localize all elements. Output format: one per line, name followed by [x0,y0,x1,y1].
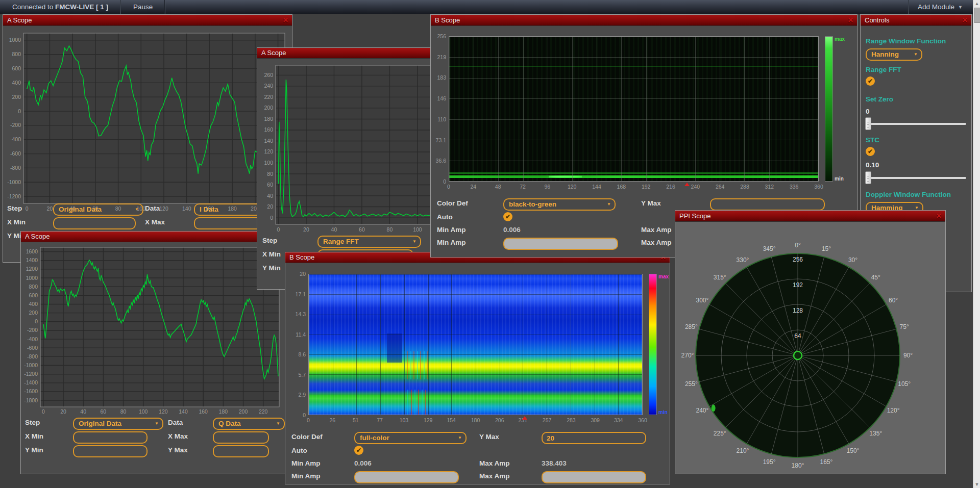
data-label: Data [168,419,183,426]
step-select[interactable]: Original Data▼ [73,418,163,430]
x-axis-tick-label: 336 [789,184,799,190]
y-min-input[interactable] [73,445,148,457]
svg-text:200: 200 [29,310,38,316]
svg-text:0: 0 [277,226,280,233]
min-amp-input[interactable] [503,238,618,250]
stc-slider[interactable] [865,177,966,179]
a-scope-tl-titlebar[interactable]: A Scope ✕ [3,15,292,26]
scan-position-marker [684,183,690,186]
ppi-svg: 0°15°30°45°60°75°90°105°120°135°150°165°… [675,222,945,474]
x-axis-tick-label: 120 [567,184,577,190]
step-select[interactable]: Original Data▼ [53,203,143,216]
pause-button[interactable]: Pause [121,0,165,14]
scrollbar-thumb[interactable] [974,8,980,23]
max-amp-input[interactable] [542,471,646,483]
window-a-scope-top-left[interactable]: A Scope ✕ 10008006004002000-200-400-600-… [3,14,292,263]
svg-text:100: 100 [139,408,148,415]
svg-text:220: 220 [259,408,268,415]
data-select[interactable]: Q Data▼ [213,418,285,430]
svg-text:140: 140 [179,408,188,415]
svg-text:180: 180 [219,408,228,415]
x-min-input[interactable] [53,217,136,229]
min-amp-label: Min Amp [437,226,466,234]
y-axis-tick-label: 20 [300,271,306,277]
svg-text:180: 180 [264,116,273,122]
range-window-function-select[interactable]: Hanning▼ [866,48,922,61]
b-scope-top-titlebar[interactable]: B Scope ✕ [431,15,857,26]
svg-text:240: 240 [264,83,273,89]
window-a-scope-bottom-left[interactable]: A Scope ✕ 16001400120010008006004002000-… [20,231,286,474]
color-def-label: Color Def [437,199,468,207]
close-icon[interactable]: ✕ [848,15,853,25]
x-axis-tick-label: 144 [592,184,602,190]
color-def-select[interactable]: full-color▼ [354,432,467,444]
x-max-label: X Max [168,432,188,440]
x-axis-tick-label: 129 [423,417,433,423]
x-min-label: X Min [25,432,43,440]
svg-text:100: 100 [413,226,422,233]
x-axis-tick-label: 51 [351,417,361,423]
b-scope-top-heatmap: 25621918314611073.136.600244872961201441… [431,26,842,196]
auto-checkbox[interactable]: ✔ [503,212,512,221]
svg-text:100: 100 [264,160,273,166]
x-axis-tick-label: 283 [566,417,576,423]
auto-checkbox[interactable]: ✔ [354,446,363,455]
angle-label: 225° [714,430,726,437]
x-min-input[interactable] [73,431,148,444]
range-ring-label: 192 [793,281,803,289]
x-max-input[interactable] [213,431,269,444]
set-zero-slider[interactable] [865,123,966,125]
connection-status-button[interactable]: Connected to FMCW-LIVE [ 1 ] [0,0,121,14]
scroll-up-icon[interactable]: ▲ [973,0,980,7]
close-icon[interactable]: ✕ [962,15,968,25]
svg-text:20: 20 [47,206,53,212]
svg-text:200: 200 [264,105,273,111]
close-icon[interactable]: ✕ [936,211,942,221]
svg-text:60: 60 [101,408,107,415]
x-axis-tick-label: 103 [399,417,409,423]
x-min-label: X Min [7,218,26,226]
svg-text:260: 260 [264,72,273,78]
angle-label: 345° [763,245,776,252]
svg-text:1000: 1000 [9,37,21,43]
x-axis-tick-label: 77 [375,417,385,423]
page-scrollbar[interactable]: ▲ ▼ [973,0,980,488]
scroll-down-icon[interactable]: ▼ [973,481,980,488]
angle-label: 30° [848,256,857,264]
y-axis-tick-label: 5.7 [298,372,306,378]
angle-label: 210° [737,447,749,454]
y-max-input[interactable] [213,445,269,457]
b-scope-bottom-heatmap: 2017.114.311.48.65.72.900265177103129154… [285,264,666,429]
window-ppi-scope[interactable]: PPI Scope ✕ 0°15°30°45°60°75°90°105°120°… [675,210,946,474]
color-def-select[interactable]: black-to-green▼ [503,198,616,211]
window-b-scope-bottom[interactable]: B Scope ✕ 2017.114.311.48.65.72.90026517… [285,252,670,484]
y-max-input[interactable] [710,198,825,211]
svg-text:0: 0 [270,215,273,221]
min-amp-input[interactable] [354,471,459,483]
x-axis-tick-label: 168 [616,184,626,190]
step-select[interactable]: Range FFT▼ [317,236,421,248]
set-zero-slider-handle[interactable] [865,117,871,130]
a-scope-bl-titlebar[interactable]: A Scope ✕ [21,232,285,242]
stc-checkbox[interactable]: ✔ [866,147,875,156]
y-min-label: Y Min [262,264,281,272]
x-axis-tick-label: 72 [518,184,528,190]
controls-titlebar[interactable]: Controls ✕ [861,15,971,26]
colorbar [825,36,833,182]
svg-text:0: 0 [42,408,45,415]
range-ring-label: 128 [793,307,803,314]
range-fft-checkbox[interactable]: ✔ [866,76,875,86]
y-max-input[interactable] [542,432,646,444]
x-max-label: X Max [145,218,165,226]
x-min-label: X Min [262,250,281,258]
close-icon[interactable]: ✕ [283,15,288,25]
angle-label: 150° [847,447,860,454]
set-zero-label: Set Zero [866,95,893,103]
ppi-titlebar[interactable]: PPI Scope ✕ [675,211,945,222]
target-blip [712,404,716,412]
range-window-function-label: Range Window Function [866,37,946,45]
svg-text:160: 160 [264,126,273,133]
stc-slider-handle[interactable] [865,171,871,184]
svg-text:120: 120 [159,408,168,415]
add-module-button[interactable]: Add Module ▼ [908,0,972,14]
